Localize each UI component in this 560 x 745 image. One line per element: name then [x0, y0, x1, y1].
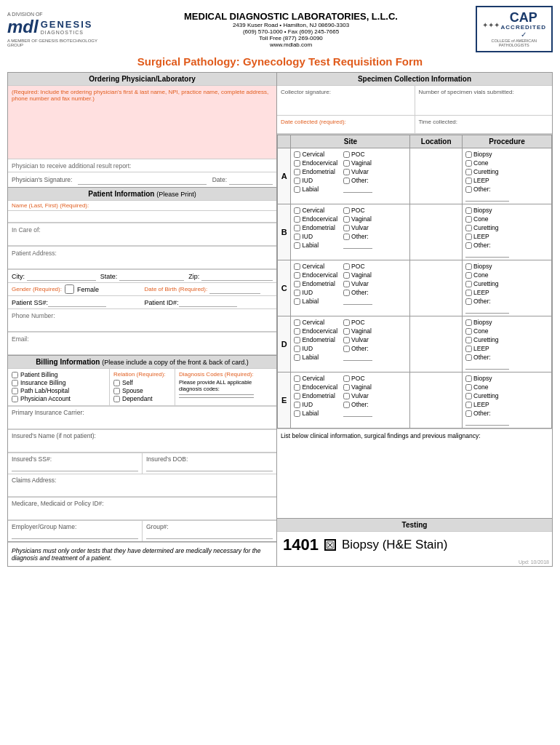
cervical-e-checkbox[interactable] — [294, 375, 300, 382]
vaginal-c[interactable]: Vaginal — [343, 271, 372, 279]
vaginal-e[interactable]: Vaginal — [343, 383, 372, 391]
other-proc-c-line[interactable] — [465, 306, 509, 314]
spouse-checkbox[interactable] — [113, 388, 120, 394]
other-proc-c-checkbox[interactable] — [465, 298, 472, 305]
loc-col-b[interactable] — [410, 204, 463, 260]
vulvar-e[interactable]: Vulvar — [343, 392, 372, 399]
cone-e-checkbox[interactable] — [465, 384, 472, 391]
vulvar-c-checkbox[interactable] — [343, 281, 350, 287]
biopsy-a-checkbox[interactable] — [465, 151, 472, 158]
other-proc-c[interactable]: Other: — [465, 298, 548, 305]
other-proc-a[interactable]: Other: — [465, 186, 548, 193]
in-care-input[interactable] — [8, 236, 276, 246]
vaginal-b-checkbox[interactable] — [343, 216, 350, 223]
loc-col-e[interactable] — [410, 372, 463, 429]
endometrial-b[interactable]: Endometrial — [294, 224, 337, 231]
poc-a[interactable]: POC — [343, 151, 372, 158]
poc-b-checkbox[interactable] — [343, 207, 350, 214]
biopsy-e[interactable]: Biopsy — [465, 375, 548, 382]
other-b[interactable]: Other: — [343, 233, 372, 240]
biopsy-d-checkbox[interactable] — [465, 319, 472, 326]
biopsy-c-checkbox[interactable] — [465, 263, 472, 270]
medicare-input[interactable] — [8, 510, 276, 520]
patient-name-input[interactable] — [8, 211, 276, 223]
poc-b[interactable]: POC — [343, 207, 372, 214]
labial-d-checkbox[interactable] — [294, 354, 300, 361]
insurance-billing-item[interactable]: Insurance Billing — [12, 379, 105, 386]
iud-e-checkbox[interactable] — [294, 402, 300, 408]
curetting-a[interactable]: Curetting — [465, 168, 548, 175]
curetting-c-checkbox[interactable] — [465, 281, 472, 287]
path-lab-checkbox[interactable] — [12, 388, 18, 394]
other-c[interactable]: Other: — [343, 289, 372, 296]
vaginal-c-checkbox[interactable] — [343, 272, 350, 279]
city-input[interactable] — [27, 272, 96, 281]
cervical-e[interactable]: Cervical — [294, 375, 337, 382]
vulvar-e-checkbox[interactable] — [343, 393, 350, 399]
other-proc-b-line[interactable] — [465, 250, 509, 258]
cervical-d-checkbox[interactable] — [294, 319, 300, 326]
cervical-a[interactable]: Cervical — [294, 151, 337, 158]
endocervical-b-checkbox[interactable] — [294, 216, 300, 223]
cervical-a-checkbox[interactable] — [294, 151, 300, 158]
other-d-checkbox[interactable] — [343, 346, 350, 352]
endometrial-b-checkbox[interactable] — [294, 225, 300, 231]
claims-address-input[interactable] — [8, 487, 276, 497]
vulvar-b-checkbox[interactable] — [343, 225, 350, 231]
vaginal-a-checkbox[interactable] — [343, 160, 350, 167]
cone-d[interactable]: Cone — [465, 327, 548, 335]
curetting-b-checkbox[interactable] — [465, 225, 472, 231]
cone-c[interactable]: Cone — [465, 271, 548, 279]
other-a-line[interactable] — [343, 186, 372, 193]
biopsy-c[interactable]: Biopsy — [465, 263, 548, 270]
vaginal-d-checkbox[interactable] — [343, 328, 350, 335]
cervical-b[interactable]: Cervical — [294, 207, 337, 214]
endometrial-c[interactable]: Endometrial — [294, 280, 337, 287]
poc-d[interactable]: POC — [343, 319, 372, 326]
testing-checked-icon[interactable]: ☒ — [324, 539, 336, 551]
primary-carrier-input[interactable] — [8, 419, 276, 429]
self-item[interactable]: Self — [113, 379, 171, 386]
vaginal-d[interactable]: Vaginal — [343, 327, 372, 335]
vulvar-a-checkbox[interactable] — [343, 169, 350, 175]
insured-ss-input[interactable] — [12, 463, 138, 471]
diag-line-1[interactable] — [179, 394, 254, 395]
leep-c[interactable]: LEEP — [465, 289, 548, 296]
iud-a-checkbox[interactable] — [294, 178, 300, 184]
leep-d[interactable]: LEEP — [465, 345, 548, 352]
self-checkbox[interactable] — [113, 380, 120, 386]
cone-e[interactable]: Cone — [465, 383, 548, 391]
email-input[interactable] — [8, 345, 276, 355]
other-proc-b-checkbox[interactable] — [465, 242, 472, 249]
labial-a-checkbox[interactable] — [294, 186, 300, 193]
id-input[interactable] — [179, 298, 237, 307]
other-b-checkbox[interactable] — [343, 234, 350, 240]
iud-d[interactable]: IUD — [294, 345, 337, 352]
other-proc-d-line[interactable] — [465, 362, 509, 370]
other-d-line[interactable] — [343, 354, 372, 361]
physician-account-checkbox[interactable] — [12, 396, 18, 402]
endometrial-d-checkbox[interactable] — [294, 337, 300, 343]
other-proc-d[interactable]: Other: — [465, 354, 548, 361]
other-d[interactable]: Other: — [343, 345, 372, 352]
iud-d-checkbox[interactable] — [294, 346, 300, 352]
poc-c[interactable]: POC — [343, 263, 372, 270]
ss-input[interactable] — [48, 298, 106, 307]
iud-c-checkbox[interactable] — [294, 290, 300, 296]
labial-d[interactable]: Labial — [294, 354, 337, 361]
endocervical-d[interactable]: Endocervical — [294, 327, 337, 335]
labial-a[interactable]: Labial — [294, 186, 337, 193]
cone-a-checkbox[interactable] — [465, 160, 472, 167]
leep-a-checkbox[interactable] — [465, 178, 472, 184]
iud-a[interactable]: IUD — [294, 177, 337, 184]
iud-e[interactable]: IUD — [294, 401, 337, 408]
curetting-d[interactable]: Curetting — [465, 336, 548, 343]
poc-a-checkbox[interactable] — [343, 151, 350, 158]
leep-c-checkbox[interactable] — [465, 290, 472, 296]
spouse-item[interactable]: Spouse — [113, 387, 171, 394]
cervical-c[interactable]: Cervical — [294, 263, 337, 270]
other-e-line[interactable] — [343, 410, 372, 417]
labial-c-checkbox[interactable] — [294, 298, 300, 305]
vulvar-a[interactable]: Vulvar — [343, 168, 372, 175]
vaginal-b[interactable]: Vaginal — [343, 215, 372, 223]
